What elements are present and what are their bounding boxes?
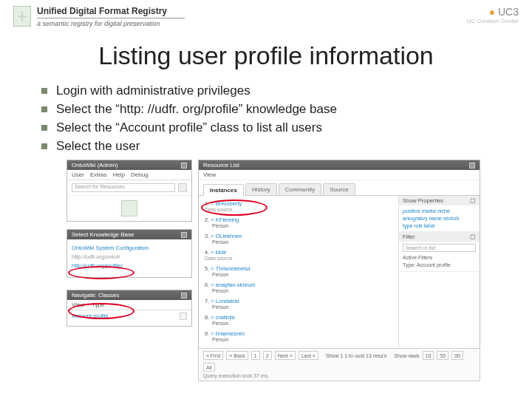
panel-collapse-icon[interactable] — [181, 232, 187, 238]
slide-header: Unified Digital Format Registry a semant… — [13, 6, 519, 35]
query-time: Query execution took 37 ms. — [203, 373, 475, 378]
search-button[interactable] — [178, 183, 187, 192]
active-filter-value: Type: Account profile — [403, 262, 476, 269]
navigate-panel: Navigate: Classes View Type Account prof… — [66, 290, 192, 327]
bullet-item: Select the user — [41, 138, 510, 155]
pager-limit-10[interactable]: 10 — [423, 351, 434, 360]
nav-tab-view[interactable]: View — [72, 301, 84, 308]
resource-item[interactable]: 5. = ThriscelebetulPerson — [205, 265, 392, 277]
menu-user[interactable]: User — [72, 171, 84, 178]
pager-limit-50[interactable]: 50 — [437, 351, 449, 360]
uc3-dot-icon: ● — [489, 6, 495, 18]
panel-collapse-icon[interactable] — [181, 293, 187, 299]
registry-title: Unified Digital Format Registry — [37, 6, 185, 16]
resource-item[interactable]: 7. = LondatralPerson — [205, 298, 392, 310]
pager-status: Show 1 1 to oust 13 resu's — [326, 353, 386, 358]
panel-collapse-icon[interactable] — [469, 163, 475, 168]
pager-page-1[interactable]: 1 — [251, 351, 260, 360]
uc3-logo: ● UC3 UC Curation Center — [467, 6, 519, 35]
show-properties-title: Show Properties — [403, 197, 443, 204]
nav-class-item[interactable]: Account profile — [72, 313, 109, 320]
knowledge-base-panel: Select Knowledge Base OntoWiki System Co… — [66, 229, 192, 278]
resource-side-panel: Show Properties▢ positive marke niche an… — [398, 196, 480, 351]
collapse-icon[interactable]: ▢ — [470, 197, 476, 204]
bullet-item: Login with administrative privileges — [41, 83, 510, 100]
resource-list-panel: Resource List View Instances History Com… — [198, 160, 480, 369]
registry-subtitle: a semantic registry for digital preserva… — [37, 20, 185, 27]
properties-list[interactable]: positive marke niche aniognalvy name sed… — [399, 205, 480, 231]
pager-last[interactable]: Last » — [299, 351, 318, 360]
panel-collapse-icon[interactable] — [181, 163, 187, 168]
resource-item[interactable]: 9. = bniamesrenPerson — [205, 330, 392, 342]
nav-item-action-icon[interactable] — [180, 313, 187, 320]
search-input[interactable]: Search for Resources — [72, 183, 175, 192]
tab-history[interactable]: History — [245, 183, 277, 195]
filter-title: Filter — [403, 233, 415, 240]
bullet-item: Select the “Account profile” class to li… — [41, 120, 510, 137]
ontowiki-panel: OntoWiki (Admin) User Extras Help Debug … — [66, 160, 192, 222]
resource-item[interactable]: 2. = KFlemingPerson — [205, 216, 392, 228]
pagination-bar: « First « Back 1 2 Next » Last » Show 1 … — [198, 348, 480, 381]
pager-limit-label: Show raws — [394, 353, 419, 358]
resource-panel-title: Resource List — [203, 162, 239, 168]
kb-item[interactable]: http://udfr.org/onto# — [72, 253, 187, 260]
pager-limit-00[interactable]: 00 — [451, 351, 463, 360]
app-screenshot: OntoWiki (Admin) User Extras Help Debug … — [66, 160, 480, 381]
pager-back[interactable]: « Back — [226, 351, 248, 360]
resource-item[interactable]: 4. = MdirData source — [205, 249, 392, 261]
menu-extras[interactable]: Extras — [90, 171, 107, 178]
tab-instances[interactable]: Instances — [203, 184, 244, 196]
pager-first[interactable]: « First — [203, 351, 223, 360]
bullet-item: Select the “http: //udfr. org/profile” k… — [41, 101, 510, 118]
resource-item[interactable]: 3. = DLiekhnenPerson — [205, 233, 392, 245]
collapse-icon[interactable]: ▢ — [470, 233, 476, 240]
pager-next[interactable]: Next » — [275, 351, 296, 360]
pager-page-2[interactable]: 2 — [263, 351, 272, 360]
tab-community[interactable]: Community — [279, 183, 321, 195]
udfr-logo-icon — [13, 6, 31, 27]
pager-limit-all[interactable]: All — [203, 363, 215, 372]
active-filters-label: Active Filters — [403, 254, 476, 262]
udfr-small-logo-icon — [121, 200, 137, 216]
nav-tab-type[interactable]: Type — [92, 301, 104, 308]
resource-item[interactable]: 1. = BHoobertyData source — [205, 200, 392, 212]
slide-title: Listing user profile information — [0, 41, 532, 70]
resource-instance-list: 1. = BHoobertyData source2. = KFlemingPe… — [199, 196, 398, 351]
filter-search-input[interactable]: Search in list — [403, 244, 476, 252]
tab-source[interactable]: Source — [323, 183, 355, 195]
kb-item[interactable]: OntoWiki System Configuration — [72, 245, 187, 251]
ontowiki-panel-title: OntoWiki (Admin) — [72, 162, 118, 168]
menu-debug[interactable]: Debug — [131, 171, 149, 178]
kb-panel-title: Select Knowledge Base — [72, 231, 134, 238]
bullet-list: Login with administrative privileges Sel… — [41, 83, 510, 157]
kb-item[interactable]: http://udfr.org/profile/ — [72, 262, 187, 269]
resource-item[interactable]: 6. = anayfan-skreumPerson — [205, 282, 392, 293]
menu-help[interactable]: Help — [113, 171, 125, 178]
resource-view-label[interactable]: View — [199, 170, 480, 180]
nav-panel-title: Navigate: Classes — [72, 292, 119, 299]
resource-item[interactable]: 8. = craltb|lePerson — [205, 314, 392, 326]
